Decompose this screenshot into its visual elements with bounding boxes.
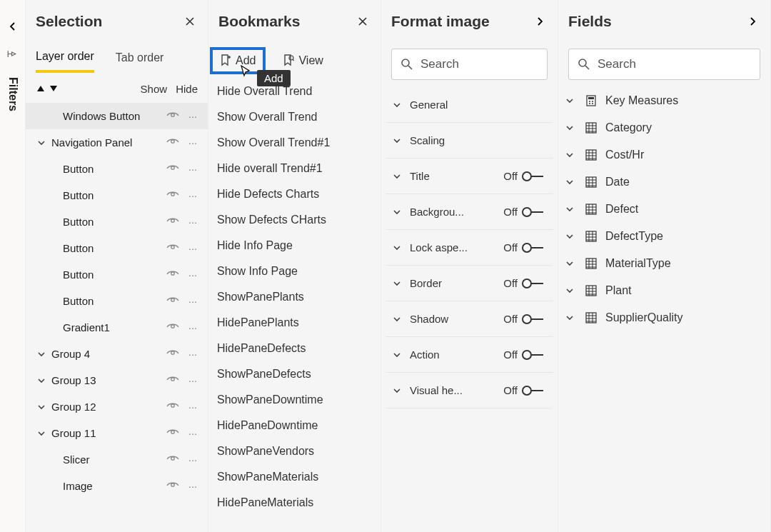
field-item[interactable]: SupplierQuality [558, 304, 770, 331]
more-icon[interactable]: ··· [185, 163, 201, 175]
fields-list[interactable]: Key MeasuresCategoryCost/HrDateDefectDef… [558, 87, 770, 532]
chevron-down-icon[interactable] [565, 286, 577, 295]
chevron-down-icon[interactable] [36, 139, 47, 147]
format-row[interactable]: General [386, 87, 553, 123]
tab-layer-order[interactable]: Layer order [36, 50, 94, 73]
more-icon[interactable]: ··· [185, 242, 201, 254]
selection-item[interactable]: Windows Button··· [26, 103, 208, 129]
more-icon[interactable]: ··· [185, 401, 201, 413]
format-toggle[interactable]: Off [503, 241, 545, 254]
visibility-icon[interactable] [165, 348, 181, 360]
field-item[interactable]: Key Measures [558, 87, 770, 114]
bookmark-item[interactable]: Show Overall Trend [208, 104, 381, 130]
more-icon[interactable]: ··· [185, 374, 201, 386]
field-item[interactable]: Cost/Hr [558, 141, 770, 169]
format-row[interactable]: Backgrou...Off [386, 194, 553, 230]
chevron-down-icon[interactable] [393, 101, 404, 109]
chevron-down-icon[interactable] [36, 403, 47, 411]
format-row[interactable]: ActionOff [386, 337, 553, 373]
chevron-down-icon[interactable] [36, 350, 47, 358]
bookmark-item[interactable]: Hide overall Trend#1 [208, 156, 381, 181]
format-row[interactable]: Visual he...Off [386, 373, 553, 408]
chevron-down-icon[interactable] [393, 136, 404, 145]
filters-label[interactable]: Filters [6, 77, 19, 111]
format-list[interactable]: GeneralScalingTitleOffBackgrou...OffLock… [381, 87, 558, 532]
selection-item[interactable]: Navigation Panel··· [26, 129, 208, 156]
move-up-icon[interactable] [36, 83, 46, 95]
expand-right-icon[interactable] [532, 14, 548, 29]
format-toggle[interactable]: Off [503, 384, 545, 396]
field-item[interactable]: Date [558, 169, 770, 196]
bookmark-item[interactable]: Hide Overall Trend [208, 79, 381, 104]
selection-item[interactable]: Slicer··· [26, 446, 208, 473]
chevron-down-icon[interactable] [565, 259, 577, 268]
close-icon[interactable] [355, 14, 371, 29]
chevron-down-icon[interactable] [565, 151, 577, 159]
visibility-icon[interactable] [165, 374, 181, 386]
chevron-down-icon[interactable] [565, 205, 577, 214]
bookmark-item[interactable]: ShowPaneDowntime [208, 387, 381, 413]
more-icon[interactable]: ··· [185, 348, 201, 360]
selection-item[interactable]: Group 13··· [26, 367, 208, 393]
bookmark-item[interactable]: ShowPaneMaterials [208, 464, 381, 490]
chevron-down-icon[interactable] [36, 429, 47, 438]
selection-item[interactable]: Image··· [26, 473, 208, 499]
chevron-down-icon[interactable] [393, 351, 404, 359]
visibility-icon[interactable] [165, 427, 181, 439]
format-toggle[interactable]: Off [503, 277, 545, 289]
chevron-down-icon[interactable] [393, 172, 404, 181]
expand-right-icon[interactable] [745, 14, 760, 29]
visibility-icon[interactable] [165, 295, 181, 307]
format-toggle[interactable]: Off [503, 348, 545, 361]
more-icon[interactable]: ··· [185, 189, 201, 201]
more-icon[interactable]: ··· [185, 321, 201, 333]
selection-list[interactable]: Windows Button···Navigation Panel···Butt… [26, 103, 208, 532]
chevron-down-icon[interactable] [565, 232, 577, 241]
field-item[interactable]: Category [558, 114, 770, 141]
format-search-input[interactable]: Search [391, 49, 548, 80]
format-row[interactable]: Lock aspe...Off [386, 230, 553, 266]
filter-pin-icon[interactable] [6, 49, 19, 59]
chevron-down-icon[interactable] [393, 244, 404, 252]
format-row[interactable]: TitleOff [386, 159, 553, 194]
bookmark-view-button[interactable]: View [276, 50, 330, 71]
more-icon[interactable]: ··· [185, 110, 201, 122]
selection-item[interactable]: Button··· [26, 288, 208, 314]
format-toggle[interactable]: Off [503, 206, 545, 218]
selection-item[interactable]: Group 11··· [26, 420, 208, 446]
bookmark-item[interactable]: Show Defects CHarts [208, 207, 381, 233]
visibility-icon[interactable] [165, 216, 181, 228]
bookmark-item[interactable]: ShowPaneVendors [208, 438, 381, 464]
format-row[interactable]: ShadowOff [386, 301, 553, 337]
tab-tab-order[interactable]: Tab order [116, 51, 164, 71]
selection-item[interactable]: Button··· [26, 261, 208, 288]
visibility-icon[interactable] [165, 401, 181, 413]
format-row[interactable]: BorderOff [386, 266, 553, 301]
visibility-icon[interactable] [165, 110, 181, 122]
bookmark-add-button[interactable]: Add [213, 50, 263, 71]
selection-item[interactable]: Group 12··· [26, 393, 208, 420]
bookmark-item[interactable]: HidePaneMaterials [208, 490, 381, 516]
chevron-down-icon[interactable] [36, 376, 47, 385]
visibility-icon[interactable] [165, 242, 181, 254]
fields-search-input[interactable]: Search [568, 49, 760, 80]
field-item[interactable]: DefectType [558, 223, 770, 250]
chevron-down-icon[interactable] [393, 315, 404, 323]
move-down-icon[interactable] [49, 83, 59, 95]
selection-item[interactable]: Button··· [26, 209, 208, 235]
visibility-icon[interactable] [165, 453, 181, 466]
selection-item[interactable]: Gradient1··· [26, 314, 208, 341]
bookmark-item[interactable]: ShowPaneDefects [208, 361, 381, 387]
visibility-icon[interactable] [165, 268, 181, 281]
selection-item[interactable]: Button··· [26, 156, 208, 182]
chevron-down-icon[interactable] [565, 313, 577, 322]
bookmark-item[interactable]: Hide Defects Charts [208, 181, 381, 207]
bookmark-item[interactable]: Show Info Page [208, 259, 381, 284]
selection-item[interactable]: Group 4··· [26, 341, 208, 367]
chevron-down-icon[interactable] [393, 386, 404, 395]
field-item[interactable]: Defect [558, 196, 770, 223]
visibility-icon[interactable] [165, 136, 181, 149]
more-icon[interactable]: ··· [185, 216, 201, 228]
visibility-icon[interactable] [165, 189, 181, 201]
field-item[interactable]: MaterialType [558, 250, 770, 277]
